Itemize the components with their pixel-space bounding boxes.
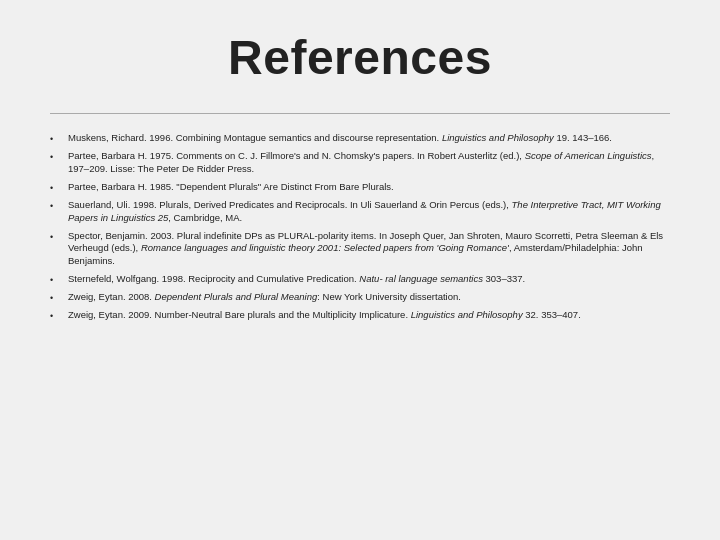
list-item: •Spector, Benjamin. 2003. Plural indefin… bbox=[50, 230, 670, 268]
bullet-icon: • bbox=[50, 182, 64, 194]
bullet-icon: • bbox=[50, 133, 64, 145]
bullet-icon: • bbox=[50, 274, 64, 286]
bullet-icon: • bbox=[50, 200, 64, 212]
list-item: •Partee, Barbara H. 1985. "Dependent Plu… bbox=[50, 181, 670, 194]
list-item: •Partee, Barbara H. 1975. Comments on C.… bbox=[50, 150, 670, 176]
reference-text: Muskens, Richard. 1996. Combining Montag… bbox=[68, 132, 670, 145]
reference-text: Sauerland, Uli. 1998. Plurals, Derived P… bbox=[68, 199, 670, 225]
slide: References •Muskens, Richard. 1996. Comb… bbox=[0, 0, 720, 540]
page-title: References bbox=[50, 30, 670, 85]
reference-text: Zweig, Eytan. 2008. Dependent Plurals an… bbox=[68, 291, 670, 304]
divider bbox=[50, 113, 670, 114]
reference-text: Partee, Barbara H. 1985. "Dependent Plur… bbox=[68, 181, 670, 194]
title-section: References bbox=[50, 30, 670, 85]
reference-text: Zweig, Eytan. 2009. Number-Neutral Bare … bbox=[68, 309, 670, 322]
list-item: •Sauerland, Uli. 1998. Plurals, Derived … bbox=[50, 199, 670, 225]
reference-text: Sternefeld, Wolfgang. 1998. Reciprocity … bbox=[68, 273, 670, 286]
list-item: •Zweig, Eytan. 2009. Number-Neutral Bare… bbox=[50, 309, 670, 322]
reference-text: Spector, Benjamin. 2003. Plural indefini… bbox=[68, 230, 670, 268]
list-item: •Muskens, Richard. 1996. Combining Monta… bbox=[50, 132, 670, 145]
references-list: •Muskens, Richard. 1996. Combining Monta… bbox=[50, 132, 670, 327]
bullet-icon: • bbox=[50, 231, 64, 243]
bullet-icon: • bbox=[50, 292, 64, 304]
bullet-icon: • bbox=[50, 151, 64, 163]
bullet-icon: • bbox=[50, 310, 64, 322]
reference-text: Partee, Barbara H. 1975. Comments on C. … bbox=[68, 150, 670, 176]
list-item: •Sternefeld, Wolfgang. 1998. Reciprocity… bbox=[50, 273, 670, 286]
list-item: •Zweig, Eytan. 2008. Dependent Plurals a… bbox=[50, 291, 670, 304]
